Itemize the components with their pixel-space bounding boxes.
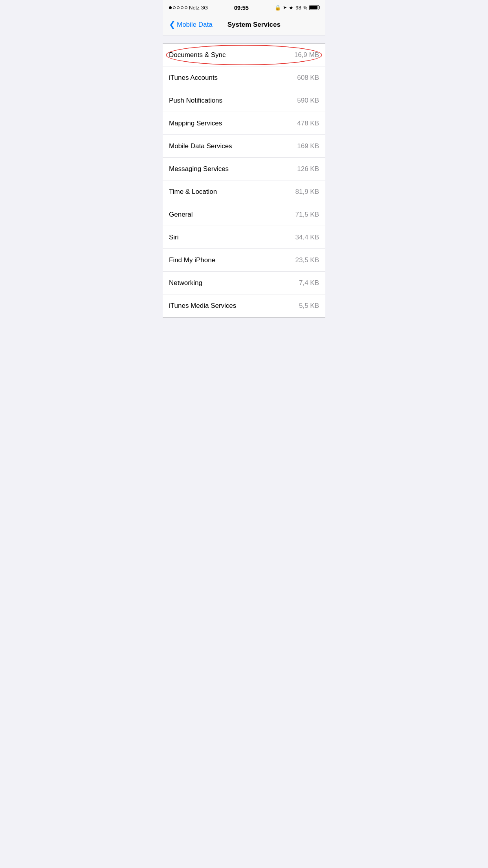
signal-dot-4: [181, 6, 183, 9]
list-item[interactable]: iTunes Accounts608 KB: [163, 66, 325, 89]
item-label: General: [169, 211, 193, 219]
items-list: Documents & Sync16,9 MBiTunes Accounts60…: [163, 43, 325, 318]
item-value: 5,5 KB: [299, 302, 319, 310]
network-label: 3G: [201, 5, 208, 11]
signal-dot-3: [177, 6, 180, 9]
item-label: Documents & Sync: [169, 51, 226, 59]
content-area: Documents & Sync16,9 MBiTunes Accounts60…: [163, 35, 325, 318]
carrier-label: Netz: [189, 5, 200, 11]
item-label: Time & Location: [169, 188, 217, 196]
item-label: Siri: [169, 234, 179, 241]
item-label: Mobile Data Services: [169, 142, 232, 150]
list-item[interactable]: Documents & Sync16,9 MB: [163, 44, 325, 66]
item-label: Push Notifications: [169, 97, 222, 105]
item-label: Messaging Services: [169, 165, 229, 173]
status-right: 🔒 ➤ ★ 98 %: [275, 5, 319, 11]
list-item[interactable]: General71,5 KB: [163, 203, 325, 226]
list-item[interactable]: Messaging Services126 KB: [163, 158, 325, 180]
page-title: System Services: [189, 21, 319, 29]
battery-icon: [309, 5, 319, 10]
item-value: 16,9 MB: [294, 51, 319, 59]
item-value: 23,5 KB: [295, 256, 319, 264]
item-label: iTunes Accounts: [169, 74, 218, 82]
signal-dot-5: [185, 6, 187, 9]
signal-dots: [169, 6, 187, 9]
list-item[interactable]: Find My iPhone23,5 KB: [163, 249, 325, 272]
item-label: iTunes Media Services: [169, 302, 236, 310]
item-label: Find My iPhone: [169, 256, 215, 264]
list-item[interactable]: Push Notifications590 KB: [163, 89, 325, 112]
battery-fill: [310, 6, 317, 9]
list-item[interactable]: Siri34,4 KB: [163, 226, 325, 249]
item-value: 169 KB: [297, 142, 319, 150]
bluetooth-icon: ★: [289, 5, 294, 11]
item-value: 71,5 KB: [295, 211, 319, 219]
item-label: Mapping Services: [169, 120, 222, 127]
footer-space: [163, 318, 325, 341]
status-left: Netz 3G: [169, 5, 208, 11]
item-value: 590 KB: [297, 97, 319, 105]
location-icon: ➤: [283, 5, 287, 10]
item-value: 81,9 KB: [295, 188, 319, 196]
item-value: 7,4 KB: [299, 279, 319, 287]
status-time: 09:55: [234, 4, 249, 11]
lock-icon: 🔒: [275, 5, 281, 11]
item-value: 608 KB: [297, 74, 319, 82]
back-chevron-icon: ❮: [169, 20, 176, 28]
list-item[interactable]: iTunes Media Services5,5 KB: [163, 294, 325, 317]
item-value: 34,4 KB: [295, 234, 319, 241]
list-item[interactable]: Mapping Services478 KB: [163, 112, 325, 135]
item-value: 126 KB: [297, 165, 319, 173]
list-item[interactable]: Mobile Data Services169 KB: [163, 135, 325, 158]
list-item[interactable]: Time & Location81,9 KB: [163, 180, 325, 203]
status-bar: Netz 3G 09:55 🔒 ➤ ★ 98 %: [163, 0, 325, 14]
item-value: 478 KB: [297, 120, 319, 127]
nav-bar: ❮ Mobile Data System Services: [163, 14, 325, 35]
list-item[interactable]: Networking7,4 KB: [163, 272, 325, 294]
battery-percentage: 98 %: [295, 5, 307, 11]
item-label: Networking: [169, 279, 202, 287]
signal-dot-1: [169, 6, 172, 9]
signal-dot-2: [173, 6, 176, 9]
